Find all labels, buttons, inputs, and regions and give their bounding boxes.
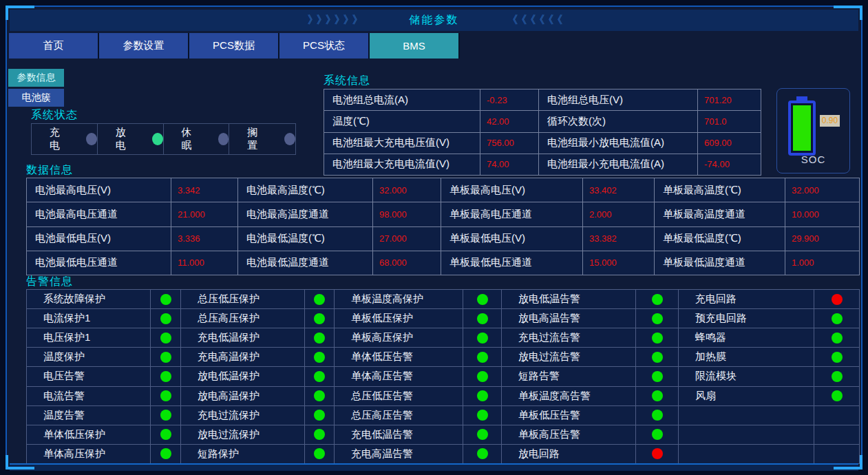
alarm-info-title: 告警信息 <box>26 275 73 289</box>
corner-accent-bottom-right <box>834 455 862 469</box>
field-label: 电池最低电压通道 <box>27 251 171 275</box>
alarm-status-cell <box>814 406 860 425</box>
alarm-label: 充电过流告警 <box>502 328 636 348</box>
alarm-dot-green <box>160 390 171 401</box>
alarm-status-cell <box>814 290 860 309</box>
field-value: 11.000 <box>171 251 238 275</box>
alarm-label: 单体低压保护 <box>27 425 151 445</box>
alarm-label: 电压告警 <box>27 367 151 386</box>
soc-panel: 0.90 SOC <box>776 88 850 173</box>
alarm-label: 短路保护 <box>181 445 305 464</box>
alarm-status-cell <box>151 290 181 309</box>
alarm-dot-red <box>652 448 663 459</box>
alarm-dot-green <box>314 448 325 459</box>
field-label: 电池最高电压(V) <box>27 178 171 202</box>
field-label: 单板最高温度(℃) <box>655 178 785 202</box>
alarm-label: 放电高温保护 <box>181 387 305 406</box>
alarm-label: 单板低压保护 <box>335 309 463 328</box>
alarm-label: 温度保护 <box>27 348 151 367</box>
alarm-status-cell <box>305 367 335 386</box>
alarm-status-cell <box>814 348 860 367</box>
field-label: 电池最低温度通道 <box>238 251 373 275</box>
alarm-status-cell <box>305 290 335 309</box>
status-label: 搁置 <box>247 126 269 152</box>
alarm-dot-green <box>160 371 171 382</box>
tab-首页[interactable]: 首页 <box>9 33 99 59</box>
tab-PCS状态[interactable]: PCS状态 <box>279 33 370 59</box>
bms-screen: 》》》》》》 储能参数 《《《《《《 首页参数设置PCS数据PCS状态BMS 参… <box>0 0 868 475</box>
alarm-dot-green <box>314 410 325 421</box>
alarm-status-cell <box>636 309 679 328</box>
field-value: 3.342 <box>171 178 238 202</box>
alarm-dot-green <box>832 371 843 382</box>
sidebar-button-参数信息[interactable]: 参数信息 <box>8 69 64 87</box>
alarm-dot-green <box>477 410 488 421</box>
alarm-label: 风扇 <box>679 387 814 406</box>
alarm-status-cell <box>305 425 335 445</box>
alarm-dot-green <box>477 390 488 401</box>
alarm-label: 充电低温告警 <box>335 425 463 445</box>
field-label: 电池组总电流(A) <box>324 89 480 111</box>
system-info-table: 电池组总电流(A)-0.23电池组总电压(V)701.20温度(℃)42.00循… <box>324 89 761 176</box>
tab-参数设置[interactable]: 参数设置 <box>99 33 189 59</box>
tab-BMS[interactable]: BMS <box>370 33 460 59</box>
field-label: 电池组总电压(V) <box>539 89 698 111</box>
alarm-dot-green <box>477 313 488 324</box>
corner-accent-bottom-left <box>6 455 34 469</box>
battery-icon <box>788 101 816 156</box>
alarm-label: 预充电回路 <box>679 309 814 328</box>
alarm-dot-green <box>160 313 171 324</box>
alarm-status-cell <box>305 445 335 464</box>
field-value: 15.000 <box>583 251 655 275</box>
field-label: 电池最低温度(℃) <box>238 227 373 251</box>
alarm-label-empty <box>679 425 814 445</box>
alarm-dot-green <box>160 332 171 344</box>
system-info-title: 系统信息 <box>324 74 370 88</box>
field-value: -0.23 <box>480 89 539 111</box>
alarm-dot-green <box>314 313 325 324</box>
alarm-dot-green <box>160 429 171 440</box>
field-value: 2.000 <box>583 202 655 226</box>
alarm-label: 放电回路 <box>502 445 636 464</box>
tab-PCS数据[interactable]: PCS数据 <box>189 33 279 59</box>
alarm-status-cell <box>151 367 181 386</box>
alarm-label: 单板高压保护 <box>335 328 463 348</box>
alarm-dot-green <box>652 390 663 401</box>
alarm-status-cell <box>463 387 502 406</box>
field-value: 21.000 <box>171 202 238 226</box>
alarm-dot-green <box>652 371 663 382</box>
alarm-label: 充电低温保护 <box>181 328 305 348</box>
alarm-dot-green <box>477 448 488 459</box>
alarm-label: 充电高温告警 <box>335 445 463 464</box>
main-tab-bar: 首页参数设置PCS数据PCS状态BMS <box>9 33 460 59</box>
sidebar-button-电池簇[interactable]: 电池簇 <box>8 89 64 107</box>
alarm-dot-green <box>832 352 843 363</box>
field-value: 756.00 <box>480 133 539 154</box>
alarm-label: 放电低温保护 <box>181 367 305 386</box>
alarm-status-cell <box>305 387 335 406</box>
alarm-label: 单体高压保护 <box>27 445 151 464</box>
alarm-dot-green <box>160 352 171 363</box>
alarm-label: 单板温度高保护 <box>335 290 463 309</box>
field-label: 单板最高电压通道 <box>441 202 583 226</box>
alarm-label: 充电高温保护 <box>181 348 305 367</box>
alarm-dot-green <box>160 294 171 305</box>
field-value: 701.0 <box>698 111 761 132</box>
alarm-label: 放电低温告警 <box>502 290 636 309</box>
alarm-label: 总压低压保护 <box>181 290 305 309</box>
data-info-title: 数据信息 <box>26 163 73 178</box>
status-indicator-dot <box>218 133 229 145</box>
alarm-status-cell <box>814 425 860 445</box>
alarm-dot-green <box>160 448 171 459</box>
field-value: 3.336 <box>171 227 238 251</box>
alarm-status-cell <box>814 328 860 348</box>
field-value: 10.000 <box>785 202 860 226</box>
alarm-label: 放电过流保护 <box>181 425 305 445</box>
field-label: 电池组最小充电电流值(A) <box>539 154 698 176</box>
alarm-status-cell <box>305 309 335 328</box>
system-status-title: 系统状态 <box>31 108 78 123</box>
field-value: 33.382 <box>583 227 655 251</box>
alarm-label: 加热膜 <box>679 348 814 367</box>
alarm-status-cell <box>463 348 502 367</box>
alarm-status-cell <box>463 328 502 348</box>
